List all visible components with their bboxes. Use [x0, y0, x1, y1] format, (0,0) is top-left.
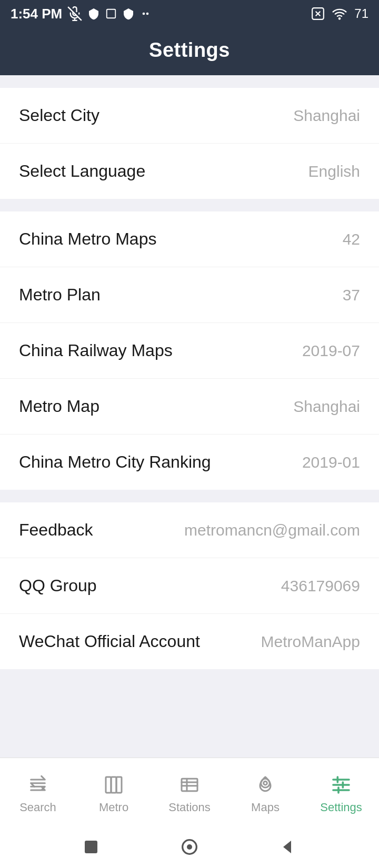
feedback-item[interactable]: Feedback metromancn@gmail.com [0, 502, 379, 558]
mute-icon [67, 6, 82, 21]
svg-point-4 [143, 13, 145, 15]
svg-rect-12 [116, 777, 122, 793]
select-language-label: Select Language [19, 162, 145, 181]
metro-plan-value: 37 [343, 286, 360, 304]
status-right: 71 [311, 6, 368, 21]
close-icon [311, 7, 325, 21]
nav-item-search[interactable]: Search [0, 773, 76, 814]
data-section: China Metro Maps 42 Metro Plan 37 China … [0, 211, 379, 490]
contact-section: Feedback metromancn@gmail.com QQ Group 4… [0, 502, 379, 669]
search-nav-label: Search [19, 801, 56, 814]
svg-point-18 [264, 781, 267, 785]
select-language-value: English [308, 163, 360, 180]
page-title: Settings [149, 39, 230, 61]
maps-nav-icon [252, 773, 279, 796]
china-metro-maps-value: 42 [343, 230, 360, 248]
search-nav-icon [24, 773, 52, 796]
status-time: 1:54 PM [11, 6, 62, 22]
status-bar: 1:54 PM [0, 0, 379, 27]
feedback-label: Feedback [19, 520, 93, 540]
china-metro-ranking-item[interactable]: China Metro City Ranking 2019-01 [0, 435, 379, 490]
svg-point-30 [187, 844, 192, 850]
china-metro-ranking-label: China Metro City Ranking [19, 452, 211, 472]
settings-content: Select City Shanghai Select Language Eng… [0, 75, 379, 758]
metro-nav-label: Metro [99, 801, 128, 814]
china-railway-maps-label: China Railway Maps [19, 341, 173, 360]
stations-nav-icon [176, 773, 203, 796]
settings-nav-label: Settings [320, 801, 362, 814]
metro-map-item[interactable]: Metro Map Shanghai [0, 379, 379, 435]
svg-rect-28 [85, 841, 97, 853]
svg-rect-3 [107, 9, 116, 18]
stations-nav-label: Stations [168, 801, 211, 814]
wechat-value: MetroManApp [261, 633, 360, 651]
select-city-item[interactable]: Select City Shanghai [0, 88, 379, 144]
android-nav-bar [0, 826, 379, 868]
metro-plan-item[interactable]: Metro Plan 37 [0, 267, 379, 323]
china-metro-maps-item[interactable]: China Metro Maps 42 [0, 211, 379, 267]
wechat-item[interactable]: WeChat Official Account MetroManApp [0, 614, 379, 669]
metro-map-label: Metro Map [19, 397, 99, 416]
select-city-label: Select City [19, 106, 99, 125]
metro-plan-label: Metro Plan [19, 285, 101, 305]
china-railway-maps-item[interactable]: China Railway Maps 2019-07 [0, 323, 379, 379]
china-railway-maps-value: 2019-07 [302, 342, 360, 360]
wechat-label: WeChat Official Account [19, 632, 200, 651]
select-city-value: Shanghai [293, 107, 360, 125]
feedback-value: metromancn@gmail.com [184, 521, 360, 539]
preferences-section: Select City Shanghai Select Language Eng… [0, 88, 379, 199]
qq-group-value: 436179069 [281, 577, 360, 595]
nav-item-maps[interactable]: Maps [227, 773, 303, 814]
svg-rect-13 [182, 779, 197, 791]
more-icon [140, 6, 155, 21]
metro-map-value: Shanghai [293, 398, 360, 416]
qq-group-label: QQ Group [19, 576, 97, 596]
qq-group-item[interactable]: QQ Group 436179069 [0, 558, 379, 614]
bottom-nav: Search Metro Stations [0, 758, 379, 826]
metro-nav-icon [100, 773, 127, 796]
settings-nav-icon [327, 773, 355, 796]
android-circle-btn[interactable] [178, 835, 201, 859]
shield2-icon [122, 7, 135, 20]
battery-indicator: 71 [354, 6, 368, 21]
china-metro-maps-label: China Metro Maps [19, 229, 156, 249]
square-icon [105, 8, 117, 19]
shield-icon [87, 7, 100, 20]
china-metro-ranking-value: 2019-01 [302, 453, 360, 471]
svg-point-9 [339, 18, 340, 19]
android-back-btn[interactable] [276, 835, 300, 859]
nav-item-metro[interactable]: Metro [76, 773, 152, 814]
svg-marker-31 [283, 841, 291, 853]
android-square-btn[interactable] [79, 835, 103, 859]
svg-point-5 [146, 13, 149, 15]
nav-item-stations[interactable]: Stations [152, 773, 227, 814]
maps-nav-label: Maps [251, 801, 280, 814]
wifi-icon [330, 6, 349, 21]
select-language-item[interactable]: Select Language English [0, 144, 379, 199]
page-header: Settings [0, 27, 379, 75]
status-left: 1:54 PM [11, 6, 155, 22]
nav-item-settings[interactable]: Settings [303, 773, 379, 814]
